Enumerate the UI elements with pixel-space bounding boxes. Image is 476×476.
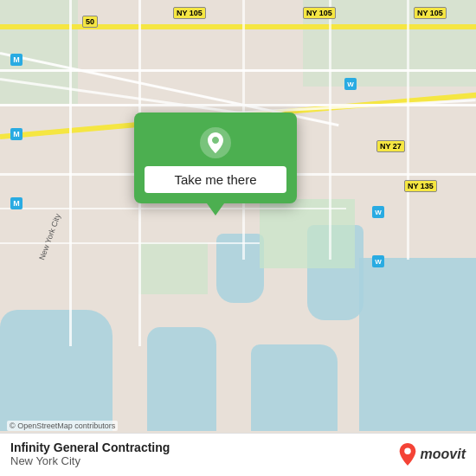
map-container: 50 NY 105 NY 105 NY 105 NY 27 NY 135 M M… bbox=[0, 0, 476, 476]
shield-ny105-3: NY 105 bbox=[414, 7, 447, 19]
w-icon-1: W bbox=[344, 78, 357, 90]
water-area-5 bbox=[216, 234, 264, 303]
moovit-logo: moovit bbox=[398, 443, 466, 466]
green-area-1 bbox=[260, 199, 355, 268]
w-icon-3: W bbox=[372, 255, 384, 267]
place-name: Infinity General Contracting bbox=[10, 441, 170, 454]
popup-card: Take me there bbox=[134, 113, 297, 203]
metro-icon-2: M bbox=[10, 128, 23, 140]
take-me-there-button[interactable]: Take me there bbox=[145, 166, 286, 193]
road-v4 bbox=[329, 0, 331, 260]
green-area-2 bbox=[138, 242, 208, 294]
place-location: New York City bbox=[10, 454, 170, 467]
road-h5 bbox=[0, 242, 260, 244]
road-v5 bbox=[407, 0, 409, 260]
metro-icon-1: M bbox=[10, 54, 23, 66]
w-icon-2: W bbox=[372, 206, 384, 218]
shield-ny135: NY 135 bbox=[404, 180, 437, 192]
copyright-text: © OpenStreetMap contributors bbox=[7, 421, 118, 431]
shield-ny105-2: NY 105 bbox=[303, 7, 336, 19]
svg-point-1 bbox=[404, 447, 410, 453]
metro-icon-3: M bbox=[10, 197, 23, 209]
map-background: 50 NY 105 NY 105 NY 105 NY 27 NY 135 M M… bbox=[0, 0, 476, 476]
shield-50: 50 bbox=[82, 16, 98, 28]
bottom-bar-info: Infinity General Contracting New York Ci… bbox=[10, 441, 170, 467]
map-label-east-meadow: New York City bbox=[37, 213, 62, 261]
water-area-3 bbox=[251, 344, 338, 431]
moovit-pin-icon bbox=[398, 443, 417, 466]
shield-ny105-1: NY 105 bbox=[173, 7, 206, 19]
water-area-1 bbox=[0, 310, 113, 431]
location-pin-icon bbox=[199, 126, 232, 159]
svg-point-0 bbox=[200, 127, 231, 158]
road-v1 bbox=[69, 0, 72, 346]
water-area-2 bbox=[147, 327, 216, 431]
moovit-brand-text: moovit bbox=[421, 447, 466, 462]
bottom-bar: Infinity General Contracting New York Ci… bbox=[0, 433, 476, 476]
shield-ny27: NY 27 bbox=[376, 140, 405, 152]
road-h4 bbox=[0, 208, 346, 209]
water-area-4 bbox=[359, 258, 476, 431]
